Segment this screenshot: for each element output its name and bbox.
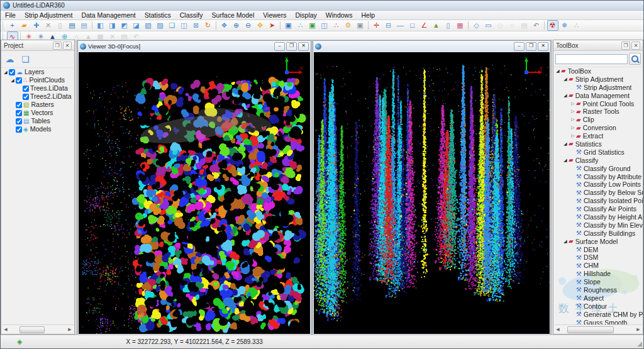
measure-angle-button[interactable]: ∠	[419, 20, 430, 31]
viewer2-pointcloud-canvas[interactable]	[314, 52, 550, 334]
toolbox-item-classify-by-attribute[interactable]: ⚒Classify by Attribute	[553, 173, 643, 181]
point-cloud-view-button[interactable]: ∴	[295, 20, 306, 31]
toolbox-item-dsm[interactable]: ⚒DSM	[553, 253, 643, 262]
toolbox-float-button[interactable]: ❐	[621, 42, 630, 50]
toolbox-item-aspect[interactable]: ⚒Aspect	[553, 294, 643, 302]
pick-coordinate-button[interactable]: ✛	[371, 20, 382, 31]
toolbox-item-classify-ground[interactable]: ⚒Classify Ground	[553, 165, 643, 173]
capture-screen-button[interactable]: ▣	[355, 20, 366, 31]
toolbox-item-classify-air-points[interactable]: ⚒Classify Air Points	[553, 205, 643, 213]
remove-data-button[interactable]: ✕	[43, 20, 54, 31]
toolbox-item-classify[interactable]: ◢▰Classify	[553, 157, 643, 165]
toolbox-item-raster-tools[interactable]: ▷▰Raster Tools	[553, 108, 643, 116]
view-left-button[interactable]: ◩	[119, 20, 130, 31]
view-top-button[interactable]: ▧	[143, 20, 154, 31]
add-data-button[interactable]: ✚	[31, 20, 42, 31]
layer-visibility-checkbox[interactable]	[23, 86, 29, 92]
toolbox-item-clip[interactable]: ▷▰Clip	[553, 116, 643, 124]
select-polygon-button[interactable]: ◇	[471, 20, 482, 31]
select-rectangle-button[interactable]: ▭	[483, 20, 494, 31]
toolbox-item-dem[interactable]: ⚒DEM	[553, 246, 643, 254]
toolbox-hscrollbar[interactable]: ◀ ▶	[554, 324, 642, 333]
menu-item-windows[interactable]: Windows	[321, 11, 357, 19]
split-view-button[interactable]: ◫	[319, 20, 330, 31]
viewer2-viewport[interactable]: Y X	[314, 52, 550, 334]
layer-visibility-checkbox[interactable]	[16, 110, 22, 116]
measure-area-button[interactable]: □	[407, 20, 418, 31]
menu-item-help[interactable]: Help	[357, 11, 379, 19]
resize-grip[interactable]: ◢	[637, 340, 642, 347]
tree-expander-icon[interactable]: ◢	[562, 238, 569, 246]
toolbox-item-strip-adjustment[interactable]: ◢▰Strip Adjustment	[553, 75, 643, 84]
toolbox-item-classify-by-min-elevation[interactable]: ⚒Classify by Min Elevation	[553, 221, 643, 230]
menu-item-data-management[interactable]: Data Management	[77, 11, 140, 19]
tree-expander-icon[interactable]: ◢	[9, 76, 16, 84]
measure-volume-button[interactable]: ▲	[431, 20, 442, 31]
scroll-right-arrow-icon[interactable]: ▶	[635, 327, 642, 332]
toolbox-item-generate-chm-by-point-cloud[interactable]: ⚒Generate CHM by Point Cloud	[553, 311, 643, 319]
toolbox-item-conversion[interactable]: ▷▰Conversion	[553, 124, 643, 132]
orbit-button[interactable]: ↻	[203, 20, 214, 31]
eye-dome-lighting-button[interactable]: ❄	[559, 20, 570, 31]
tree-expander-icon[interactable]: ▷	[570, 108, 576, 116]
menu-item-statistics[interactable]: Statistics	[140, 11, 175, 19]
save-as-button[interactable]: ▤	[79, 20, 90, 31]
layer-visibility-checkbox[interactable]	[16, 77, 22, 84]
color-by-intensity-button[interactable]: ∴	[571, 20, 582, 31]
project-tree-item-tables[interactable]: ▤Tables	[1, 117, 74, 125]
scroll-left-arrow-icon[interactable]: ◀	[554, 327, 562, 332]
zoom-out-button[interactable]: ⊖	[243, 20, 254, 31]
undo-selection-button[interactable]: ↶	[531, 20, 542, 31]
menu-item-file[interactable]: File	[1, 11, 20, 19]
viewer1-close-button[interactable]: ✕	[298, 42, 309, 51]
view-reset-button[interactable]: ⊠	[191, 20, 202, 31]
viewer-2d-button[interactable]: ▣	[307, 20, 318, 31]
viewer-3d-button[interactable]: ▣	[283, 20, 294, 31]
menu-item-surface-model[interactable]: Surface Model	[208, 11, 259, 19]
viewer1-minimize-button[interactable]: –	[274, 42, 285, 51]
toolbox-item-hillshade[interactable]: ⚒Hillshade	[553, 270, 643, 278]
pick-point-button[interactable]: ➤	[267, 20, 278, 31]
add-cloud-button[interactable]: ☁	[4, 54, 16, 65]
toolbox-item-classify-by-below-surface[interactable]: ⚒Classify by Below Surface	[553, 189, 643, 197]
tree-expander-icon[interactable]: ▷	[570, 100, 576, 108]
viewer2-close-button[interactable]: ✕	[538, 42, 548, 51]
open-file-button[interactable]: ▰	[19, 20, 30, 31]
toolbox-item-chm[interactable]: ⚒CHM	[553, 262, 643, 270]
measure-distance-button[interactable]: ―	[395, 20, 406, 31]
toolbox-item-strip-adjustment[interactable]: ⚒Strip Adjustment	[553, 84, 643, 92]
menu-item-display[interactable]: Display	[291, 11, 321, 19]
layer-visibility-checkbox[interactable]	[9, 69, 15, 75]
toolbox-item-classify-buildings[interactable]: ⚒Classify Buildings	[553, 230, 643, 238]
toolbox-close-button[interactable]: ✕	[631, 42, 640, 50]
toolbox-search-button[interactable]	[629, 53, 641, 65]
measure-height-button[interactable]: ▯	[443, 20, 454, 31]
project-tree-item-models[interactable]: ◈Models	[1, 125, 74, 133]
tree-expander-icon[interactable]: ▷	[570, 132, 576, 140]
tree-expander-icon[interactable]: ◢	[562, 140, 569, 148]
toolbox-item-data-management[interactable]: ◢▰Data Management	[553, 92, 643, 100]
viewer2-minimize-button[interactable]: –	[514, 42, 525, 51]
project-hscrollbar[interactable]: ◀ ▶	[2, 324, 74, 333]
toolbox-search-input[interactable]	[555, 54, 628, 64]
toolbox-item-point-cloud-tools[interactable]: ▷▰Point Cloud Tools	[553, 100, 643, 108]
toolbox-item-surface-model[interactable]: ◢▰Surface Model	[553, 238, 643, 246]
layer-stack-button[interactable]: ❏	[20, 54, 31, 65]
project-tree-item-trees2-lidata[interactable]: Trees2.LiData	[1, 92, 74, 101]
toolbox-item-classify-isolated-points[interactable]: ⚒Classify Isolated Points	[553, 197, 643, 205]
viewer1-viewport[interactable]: Y X	[79, 52, 310, 334]
zoom-extent-button[interactable]: ❖	[219, 20, 230, 31]
zoom-in-button[interactable]: ⊕	[231, 20, 242, 31]
view-bottom-button[interactable]: ▨	[155, 20, 166, 31]
project-tree-item-trees-lidata[interactable]: Trees.LiData	[1, 84, 74, 92]
tree-expander-icon[interactable]: ◢	[3, 68, 9, 76]
tree-expander-icon[interactable]: ▷	[570, 124, 576, 132]
layer-visibility-checkbox[interactable]	[16, 126, 22, 133]
save-button[interactable]: ▤	[67, 20, 78, 31]
view-right-button[interactable]: ◪	[131, 20, 142, 31]
tree-expander-icon[interactable]: ▷	[570, 116, 576, 124]
tree-expander-icon[interactable]: ◢	[562, 92, 569, 100]
project-tree-item-rasters[interactable]: ▧Rasters	[1, 101, 74, 109]
menu-item-classify[interactable]: Classify	[175, 11, 208, 19]
toolbox-item-extract[interactable]: ▷▰Extract	[553, 132, 643, 140]
